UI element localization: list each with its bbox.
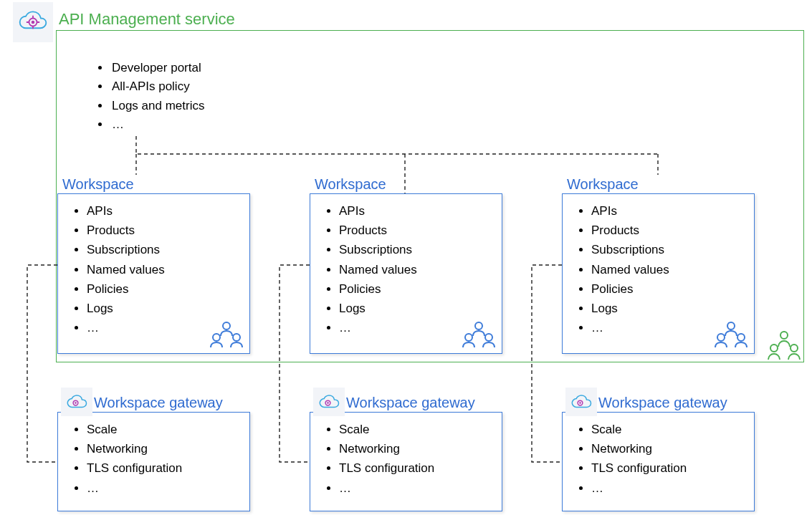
gateway-feature-item: TLS configuration	[87, 458, 182, 478]
service-users-icon	[765, 328, 803, 361]
service-feature-item: Developer portal	[110, 59, 204, 77]
workspace-title: Workspace	[62, 176, 134, 193]
workspace-box: Workspace APIs Products Subscriptions Na…	[562, 193, 755, 354]
gateway-cloud-icon	[313, 388, 345, 416]
service-feature-item: Logs and metrics	[110, 97, 204, 115]
svg-point-7	[233, 334, 240, 341]
workspace-feature-item: Policies	[87, 279, 165, 299]
svg-point-19	[579, 402, 581, 404]
svg-point-11	[727, 322, 735, 329]
workspace-users-icon	[714, 320, 748, 349]
svg-point-6	[213, 334, 220, 341]
workspace-feature-item: Policies	[339, 279, 417, 299]
gateway-feature-item: Scale	[339, 420, 434, 439]
workspace-feature-list: APIs Products Subscriptions Named values…	[581, 201, 669, 337]
svg-point-4	[790, 345, 798, 352]
svg-point-8	[475, 322, 482, 329]
svg-point-5	[223, 322, 230, 329]
workspace-title: Workspace	[567, 176, 639, 193]
svg-point-15	[75, 402, 77, 404]
gateway-feature-list: Scale Networking TLS configuration …	[581, 420, 687, 498]
svg-point-13	[737, 334, 745, 341]
gateway-feature-item: Scale	[591, 420, 687, 439]
gateway-feature-item: Scale	[87, 420, 182, 439]
gateway-feature-item: …	[591, 478, 687, 498]
gateway-feature-item: …	[339, 478, 434, 498]
svg-point-2	[780, 332, 788, 339]
workspace-feature-item: Products	[591, 221, 669, 240]
svg-point-12	[717, 334, 725, 341]
workspace-feature-item: …	[339, 318, 417, 337]
workspace-feature-item: Logs	[339, 299, 417, 318]
gateway-feature-item: TLS configuration	[339, 458, 434, 478]
workspace-feature-item: APIs	[591, 201, 669, 221]
workspace-gateway-box: Workspace gateway Scale Networking TLS c…	[57, 412, 250, 511]
workspace-feature-item: …	[591, 318, 669, 337]
workspace-feature-item: Logs	[87, 299, 165, 318]
workspace-feature-item: APIs	[87, 201, 165, 221]
workspace-gateway-box: Workspace gateway Scale Networking TLS c…	[562, 412, 755, 511]
workspace-feature-item: Products	[87, 221, 165, 240]
workspace-users-icon	[462, 320, 496, 349]
workspace-feature-item: Named values	[87, 260, 165, 279]
gateway-feature-item: TLS configuration	[591, 458, 687, 478]
gateway-feature-list: Scale Networking TLS configuration …	[329, 420, 434, 498]
service-feature-item: All-APIs policy	[110, 77, 204, 96]
workspace-feature-item: Named values	[591, 260, 669, 279]
workspace-feature-list: APIs Products Subscriptions Named values…	[329, 201, 417, 337]
gateway-feature-item: Networking	[339, 439, 434, 458]
svg-point-9	[465, 334, 472, 341]
svg-point-17	[327, 402, 329, 404]
workspace-title: Workspace	[315, 176, 386, 193]
svg-point-1	[32, 21, 35, 24]
workspace-box: Workspace APIs Products Subscriptions Na…	[310, 193, 502, 354]
workspace-feature-item: APIs	[339, 201, 417, 221]
svg-point-10	[485, 334, 492, 341]
service-feature-list: Developer portal All-APIs policy Logs an…	[100, 59, 204, 134]
workspace-feature-item: Subscriptions	[339, 240, 417, 259]
workspace-feature-item: Logs	[591, 299, 669, 318]
gateway-title: Workspace gateway	[94, 395, 223, 411]
gateway-title: Workspace gateway	[346, 395, 475, 411]
gateway-cloud-icon	[61, 388, 92, 416]
workspace-box: Workspace APIs Products Subscriptions Na…	[57, 193, 250, 354]
gateway-feature-item: Networking	[591, 439, 687, 458]
diagram-canvas: API Management service Developer portal …	[0, 0, 812, 515]
gateway-feature-list: Scale Networking TLS configuration …	[77, 420, 182, 498]
workspace-feature-item: Subscriptions	[591, 240, 669, 259]
workspace-feature-item: Products	[339, 221, 417, 240]
workspace-feature-item: …	[87, 318, 165, 337]
workspace-gateway-box: Workspace gateway Scale Networking TLS c…	[310, 412, 502, 511]
gateway-title: Workspace gateway	[598, 395, 727, 411]
svg-point-3	[770, 345, 778, 352]
gateway-feature-item: Networking	[87, 439, 182, 458]
service-feature-item: …	[110, 115, 204, 134]
api-management-service-title: API Management service	[56, 10, 238, 29]
workspace-users-icon	[209, 320, 244, 349]
api-management-icon	[13, 2, 53, 42]
workspace-feature-item: Policies	[591, 279, 669, 299]
gateway-feature-item: …	[87, 478, 182, 498]
workspace-feature-item: Named values	[339, 260, 417, 279]
workspace-feature-item: Subscriptions	[87, 240, 165, 259]
workspace-feature-list: APIs Products Subscriptions Named values…	[77, 201, 165, 337]
gateway-cloud-icon	[565, 388, 597, 416]
